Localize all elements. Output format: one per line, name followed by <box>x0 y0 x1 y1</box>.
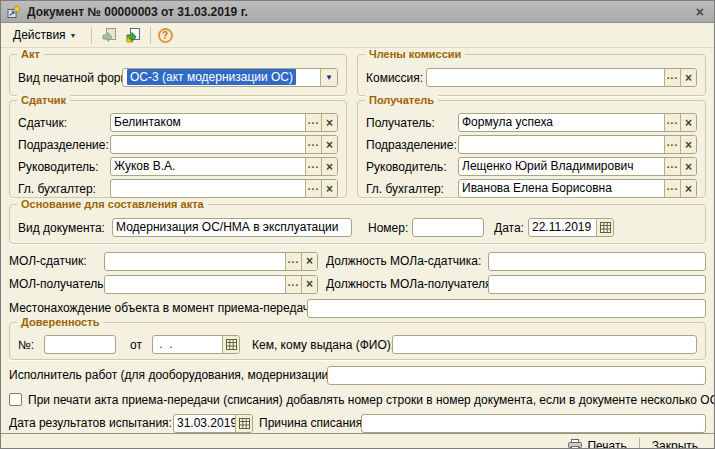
date-value: 22.11.2019 <box>529 219 596 236</box>
reason-value <box>362 415 705 432</box>
date-input[interactable]: 22.11.2019 <box>528 218 614 237</box>
doverennost-date-value: . . <box>153 336 222 353</box>
sdatchik-accountant-value <box>111 180 305 197</box>
sdatchik-value: Белинтаком <box>111 114 305 131</box>
mol-sdatchik-clear-button[interactable]: × <box>301 253 317 270</box>
poluchatel-lookup-button[interactable]: ... <box>664 114 680 131</box>
commission-lookup-button[interactable]: ... <box>664 69 680 86</box>
number-label: Номер: <box>368 221 412 235</box>
titlebar[interactable]: Документ № 00000003 от 31.03.2019 г. × <box>1 1 714 23</box>
sdatchik-accountant-lookup-button[interactable]: ... <box>305 180 321 197</box>
print-form-combobox[interactable]: ОС-3 (акт модернизации ОС) ▼ <box>122 68 338 87</box>
sdatchik-manager-value: Жуков В.А. <box>111 158 305 175</box>
doverennost-kem-value <box>393 336 696 353</box>
combo-dropdown-button[interactable]: ▼ <box>320 69 337 86</box>
calendar-button[interactable] <box>596 219 613 236</box>
actions-menu-label: Действия <box>13 28 66 42</box>
location-input[interactable] <box>307 299 706 318</box>
actions-menu-button[interactable]: Действия ▼ <box>6 25 84 45</box>
location-label: Местонахождение объекта в момент приема-… <box>9 301 307 315</box>
poluchatel-manager-value: Лещенко Юрий Владимирович <box>459 158 664 175</box>
mol-sdatchik-position-input[interactable] <box>488 252 706 271</box>
group-commission-title: Члены комиссии <box>365 48 465 61</box>
poluchatel-department-lookup-button[interactable]: ... <box>664 136 680 153</box>
document-icon <box>7 5 21 19</box>
mol-poluchatel-lookup-button[interactable]: ... <box>285 276 301 293</box>
reread-document-icon[interactable] <box>123 25 143 45</box>
sdatchik-manager-label: Руководитель: <box>18 160 110 174</box>
footer-separator <box>639 438 640 449</box>
group-sdatchik-title: Сдатчик <box>17 94 70 107</box>
print-form-label: Вид печатной формы: <box>18 71 122 85</box>
poluchatel-department-input[interactable]: ... × <box>458 135 697 154</box>
doc-type-input[interactable]: Модернизация ОС/НМА в эксплуатации <box>112 218 352 237</box>
sdatchik-input[interactable]: Белинтаком ... × <box>110 113 338 132</box>
commission-input[interactable]: ... × <box>426 68 697 87</box>
mol-sdatchik-lookup-button[interactable]: ... <box>285 253 301 270</box>
sdatchik-manager-input[interactable]: Жуков В.А. ... × <box>110 157 338 176</box>
ispolnitel-input[interactable] <box>327 366 706 385</box>
poluchatel-accountant-input[interactable]: Иванова Елена Борисовна ... × <box>458 179 697 198</box>
commission-clear-button[interactable]: × <box>680 69 696 86</box>
doverennost-date-input[interactable]: . . <box>152 335 240 354</box>
close-button[interactable]: × <box>692 5 708 19</box>
test-date-calendar-button[interactable] <box>235 415 252 432</box>
sdatchik-lookup-button[interactable]: ... <box>305 114 321 131</box>
print-button-label: Печать <box>587 439 626 449</box>
doc-type-label: Вид документа: <box>18 221 112 235</box>
sdatchik-label: Сдатчик: <box>18 116 110 130</box>
reason-input[interactable] <box>361 414 706 433</box>
sdatchik-department-clear-button[interactable]: × <box>321 136 337 153</box>
poluchatel-accountant-lookup-button[interactable]: ... <box>664 180 680 197</box>
mol-poluchatel-input[interactable]: ... × <box>104 275 318 294</box>
poluchatel-accountant-clear-button[interactable]: × <box>680 180 696 197</box>
mol-poluchatel-position-value <box>489 276 705 293</box>
poluchatel-department-clear-button[interactable]: × <box>680 136 696 153</box>
sdatchik-accountant-label: Гл. бухгалтер: <box>18 182 110 196</box>
poluchatel-department-value <box>459 136 664 153</box>
print-option-label: При печати акта приема-передачи (списани… <box>28 393 715 407</box>
sdatchik-accountant-input[interactable]: ... × <box>110 179 338 198</box>
location-value <box>308 300 705 317</box>
poluchatel-input[interactable]: Формула успеха ... × <box>458 113 697 132</box>
window-title: Документ № 00000003 от 31.03.2019 г. <box>27 5 686 19</box>
close-form-button[interactable]: Закрыть <box>644 437 706 449</box>
number-input[interactable] <box>412 218 484 237</box>
calendar-icon <box>226 339 237 350</box>
test-date-value: 31.03.2019 <box>174 415 235 432</box>
mol-poluchatel-clear-button[interactable]: × <box>301 276 317 293</box>
poluchatel-manager-lookup-button[interactable]: ... <box>664 158 680 175</box>
test-date-input[interactable]: 31.03.2019 <box>173 414 253 433</box>
poluchatel-label: Получатель: <box>366 116 458 130</box>
group-poluchatel: Получатель Получатель: Формула успеха ..… <box>357 100 706 198</box>
print-option-checkbox[interactable] <box>9 393 22 406</box>
doverennost-calendar-button[interactable] <box>222 336 239 353</box>
sdatchik-department-lookup-button[interactable]: ... <box>305 136 321 153</box>
doverennost-number-input[interactable] <box>44 335 116 354</box>
poluchatel-clear-button[interactable]: × <box>680 114 696 131</box>
mol-sdatchik-position-value <box>489 253 705 270</box>
group-doverennost-title: Доверенность <box>17 316 103 329</box>
doverennost-kem-input[interactable] <box>392 335 697 354</box>
group-act-title: Акт <box>17 48 44 61</box>
print-button[interactable]: Печать <box>560 437 634 449</box>
mol-poluchatel-position-input[interactable] <box>488 275 706 294</box>
doverennost-kem-label: Кем, кому выдана (ФИО): <box>252 338 392 352</box>
reread-disabled-icon <box>99 25 119 45</box>
poluchatel-manager-input[interactable]: Лещенко Юрий Владимирович ... × <box>458 157 697 176</box>
sdatchik-clear-button[interactable]: × <box>321 114 337 131</box>
sdatchik-manager-clear-button[interactable]: × <box>321 158 337 175</box>
sdatchik-manager-lookup-button[interactable]: ... <box>305 158 321 175</box>
calendar-icon <box>239 418 250 429</box>
help-button[interactable]: ? <box>158 28 173 43</box>
mol-sdatchik-value <box>105 253 285 270</box>
poluchatel-value: Формула успеха <box>459 114 664 131</box>
poluchatel-department-label: Подразделение: <box>366 138 458 152</box>
mol-sdatchik-input[interactable]: ... × <box>104 252 318 271</box>
group-osnovanie: Основание для составления акта Вид докум… <box>9 204 706 244</box>
sdatchik-department-input[interactable]: ... × <box>110 135 338 154</box>
sdatchik-accountant-clear-button[interactable]: × <box>321 180 337 197</box>
mol-sdatchik-label: МОЛ-сдатчик: <box>9 254 104 268</box>
mol-sdatchik-position-label: Должность МОЛа-сдатчика: <box>326 254 488 268</box>
poluchatel-manager-clear-button[interactable]: × <box>680 158 696 175</box>
